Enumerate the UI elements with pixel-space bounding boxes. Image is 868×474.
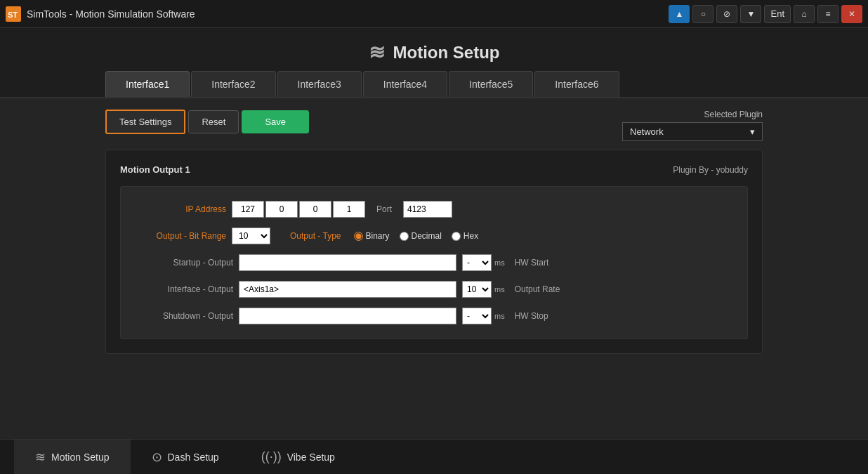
startup-ms-select[interactable]: - 0 10 xyxy=(462,254,492,271)
controls-right: Selected Plugin Network ▾ xyxy=(622,110,763,141)
ip-octet-4[interactable] xyxy=(333,201,365,218)
bottombar-dash-setup[interactable]: ⊙ Dash Setup xyxy=(131,440,240,474)
test-settings-button[interactable]: Test Settings xyxy=(105,110,185,134)
startup-hw-label: HW Start xyxy=(515,258,549,268)
panel-title: Motion Output 1 xyxy=(120,164,190,175)
controls-left: Test Settings Reset Save xyxy=(105,110,309,134)
shutdown-output-row: Shutdown - Output - 0 10 ms HW Stop xyxy=(142,308,726,324)
interface-ms-group: - 10 20 ms xyxy=(462,281,505,298)
bottombar: ≋ Motion Setup ⊙ Dash Setup ((·)) Vibe S… xyxy=(0,439,868,474)
tab-interface5[interactable]: Interface5 xyxy=(449,71,533,97)
motion-output-panel: Motion Output 1 Plugin By - yobuddy IP A… xyxy=(105,150,763,354)
form-section: IP Address Port Output - Bit Range 8 xyxy=(120,186,748,339)
bit-range-row: Output - Bit Range 8 10 12 16 Output - T… xyxy=(142,228,726,244)
ip-octet-1[interactable] xyxy=(232,201,264,218)
page-header: ≋ Motion Setup xyxy=(0,28,868,71)
shutdown-output-label: Shutdown - Output xyxy=(142,311,233,321)
shutdown-hw-label: HW Stop xyxy=(515,311,548,321)
ip-address-row: IP Address Port xyxy=(142,201,726,218)
menu-button[interactable]: ≡ xyxy=(817,5,839,23)
panel-title-row: Motion Output 1 Plugin By - yobuddy xyxy=(120,164,748,175)
content-area: Test Settings Reset Save Selected Plugin… xyxy=(0,98,868,365)
ip-input-group xyxy=(232,201,365,218)
controls-row: Test Settings Reset Save Selected Plugin… xyxy=(105,110,763,141)
main-content: ≋ Motion Setup Interface1 Interface2 Int… xyxy=(0,28,868,439)
interface-output-row: Interface - Output - 10 20 ms Output Rat… xyxy=(142,281,726,298)
startup-output-input[interactable] xyxy=(239,254,456,271)
ent-button[interactable]: Ent xyxy=(764,5,791,23)
output-type-radio-group: Binary Decimal Hex xyxy=(354,231,479,241)
interface-output-input[interactable] xyxy=(239,281,456,298)
selected-plugin-label: Selected Plugin xyxy=(704,110,763,119)
ip-address-label: IP Address xyxy=(142,204,226,214)
page-title: ≋ Motion Setup xyxy=(369,41,500,64)
motion-setup-icon: ≋ xyxy=(35,449,46,465)
shutdown-ms-select[interactable]: - 0 10 xyxy=(462,308,492,324)
down-button[interactable]: ▼ xyxy=(740,5,761,23)
ip-octet-3[interactable] xyxy=(299,201,331,218)
window-controls: ▲ ○ ⊘ ▼ Ent ⌂ ≡ ✕ xyxy=(669,5,862,23)
bit-range-label: Output - Bit Range xyxy=(142,231,226,241)
startup-output-label: Startup - Output xyxy=(142,258,233,268)
vibe-setup-icon: ((·)) xyxy=(261,449,282,464)
startup-output-row: Startup - Output - 0 10 ms HW Start xyxy=(142,254,726,271)
home-button[interactable]: ⌂ xyxy=(794,5,815,23)
app-logo: ST xyxy=(6,6,21,22)
radio-binary[interactable]: Binary xyxy=(354,231,390,241)
tab-interface3[interactable]: Interface3 xyxy=(277,71,362,97)
app-title: SimTools - Motion Simulation Software xyxy=(27,8,669,20)
interface-hw-label: Output Rate xyxy=(515,284,560,294)
bottombar-vibe-setup[interactable]: ((·)) Vibe Setup xyxy=(240,440,356,474)
interface-ms-label: ms xyxy=(494,285,505,294)
chevron-down-icon: ▾ xyxy=(750,126,755,137)
vibe-setup-label: Vibe Setup xyxy=(287,452,335,463)
motion-setup-label: Motion Setup xyxy=(51,452,110,463)
ip-octet-2[interactable] xyxy=(265,201,298,218)
tab-interface4[interactable]: Interface4 xyxy=(363,71,447,97)
interface-output-label: Interface - Output xyxy=(142,284,233,294)
tab-interface2[interactable]: Interface2 xyxy=(191,71,275,97)
bottombar-motion-setup[interactable]: ≋ Motion Setup xyxy=(14,440,131,474)
save-button[interactable]: Save xyxy=(242,110,309,133)
circle1-button[interactable]: ○ xyxy=(692,5,714,23)
reset-button[interactable]: Reset xyxy=(188,110,239,133)
port-label: Port xyxy=(376,204,392,214)
port-input[interactable] xyxy=(403,201,452,218)
tabs-bar: Interface1 Interface2 Interface3 Interfa… xyxy=(0,71,868,98)
plugin-value: Network xyxy=(630,126,664,137)
radio-decimal[interactable]: Decimal xyxy=(400,231,442,241)
output-type-label: Output - Type xyxy=(290,231,341,241)
startup-ms-label: ms xyxy=(494,258,505,267)
shutdown-output-input[interactable] xyxy=(239,308,456,324)
up-button[interactable]: ▲ xyxy=(669,5,690,23)
tab-interface1[interactable]: Interface1 xyxy=(105,71,190,97)
svg-text:ST: ST xyxy=(8,11,18,19)
shutdown-ms-label: ms xyxy=(494,312,505,320)
bit-range-select[interactable]: 8 10 12 16 xyxy=(232,228,270,244)
dash-setup-label: Dash Setup xyxy=(168,452,219,463)
interface-ms-select[interactable]: - 10 20 xyxy=(462,281,492,298)
plugin-dropdown[interactable]: Network ▾ xyxy=(622,122,763,141)
circle2-button[interactable]: ⊘ xyxy=(716,5,737,23)
tab-interface6[interactable]: Interface6 xyxy=(534,71,619,97)
wave-icon: ≋ xyxy=(369,41,385,64)
dash-setup-icon: ⊙ xyxy=(152,449,162,465)
startup-ms-group: - 0 10 ms xyxy=(462,254,505,271)
titlebar: ST SimTools - Motion Simulation Software… xyxy=(0,0,868,28)
radio-hex[interactable]: Hex xyxy=(452,231,478,241)
close-button[interactable]: ✕ xyxy=(841,5,862,23)
plugin-by: Plugin By - yobuddy xyxy=(673,165,748,175)
page-title-text: Motion Setup xyxy=(393,43,500,62)
shutdown-ms-group: - 0 10 ms xyxy=(462,308,505,324)
